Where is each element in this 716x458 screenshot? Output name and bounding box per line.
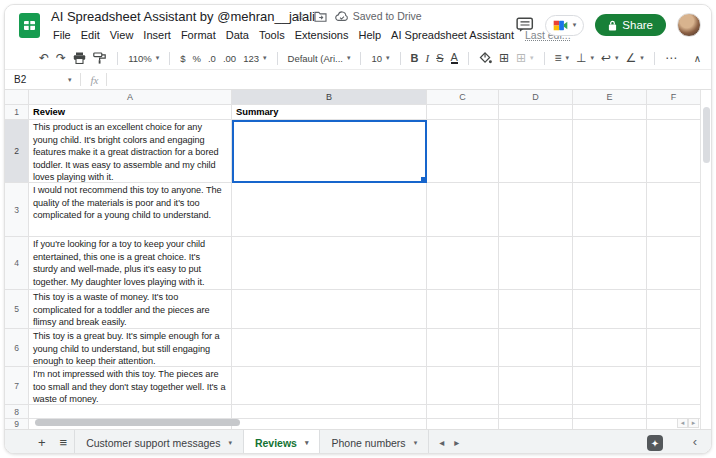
column-header-A[interactable]: A (29, 90, 232, 105)
cell-F2[interactable] (647, 120, 700, 183)
cell-C8[interactable] (427, 405, 499, 419)
column-header-D[interactable]: D (499, 90, 573, 105)
meet-dropdown-icon[interactable]: ▾ (573, 21, 577, 29)
share-button[interactable]: Share (595, 14, 666, 36)
cell-F6[interactable] (647, 329, 700, 367)
cell-A1[interactable]: Review (29, 105, 232, 120)
cell-B1[interactable]: Summary (232, 105, 427, 120)
menu-edit[interactable]: Edit (76, 28, 105, 42)
column-header-C[interactable]: C (427, 90, 499, 105)
cell-A4[interactable]: If you're looking for a toy to keep your… (29, 237, 232, 290)
tab-dropdown-icon[interactable]: ▾ (228, 439, 232, 447)
menu-file[interactable]: File (48, 28, 76, 42)
horizontal-scrollbar-thumb[interactable] (35, 419, 240, 426)
menu-help[interactable]: Help (353, 28, 386, 42)
cell-E2[interactable] (573, 120, 647, 183)
borders-icon[interactable]: ⊞ (499, 51, 509, 65)
row-header-1[interactable]: 1 (5, 105, 29, 120)
cell-A2[interactable]: This product is an excellent choice for … (29, 120, 232, 183)
row-header-8[interactable]: 8 (5, 405, 29, 419)
menu-tools[interactable]: Tools (254, 28, 290, 42)
number-format-button[interactable]: 123 ▾ (243, 53, 266, 64)
name-box[interactable]: B2 (14, 74, 66, 85)
column-header-F[interactable]: F (647, 90, 700, 105)
cell-A5[interactable]: This toy is a waste of money. It's too c… (29, 290, 232, 329)
cell-E6[interactable] (573, 329, 647, 367)
cell-D1[interactable] (499, 105, 573, 120)
italic-icon[interactable]: I (426, 51, 430, 65)
cell-B2-selected[interactable] (232, 120, 427, 183)
menu-insert[interactable]: Insert (138, 28, 176, 42)
cell-B9[interactable] (232, 419, 427, 429)
menu-ai-spreadsheet-assistant[interactable]: AI Spreadsheet Assistant (386, 28, 519, 42)
avatar[interactable] (677, 13, 701, 37)
cell-D9[interactable] (499, 419, 573, 429)
cell-C9[interactable] (427, 419, 499, 429)
decrease-decimal-icon[interactable]: .0 (208, 53, 216, 64)
tab-dropdown-icon[interactable]: ▾ (305, 439, 309, 447)
menu-data[interactable]: Data (221, 28, 254, 42)
cell-E3[interactable] (573, 183, 647, 237)
more-toolbar-icon[interactable]: ⋯ (665, 51, 677, 65)
horizontal-align-button[interactable]: ≡ ▾ (555, 51, 570, 65)
fill-color-icon[interactable] (479, 52, 492, 64)
menu-extensions[interactable]: Extensions (290, 28, 354, 42)
move-folder-icon[interactable] (314, 11, 327, 22)
comment-icon[interactable] (516, 17, 534, 33)
all-sheets-icon[interactable]: ≡ (53, 435, 75, 450)
name-box-dropdown-icon[interactable]: ▾ (68, 76, 72, 84)
strikethrough-icon[interactable]: S (436, 51, 443, 65)
tab-reviews[interactable]: Reviews ▾ (244, 430, 321, 455)
cell-C5[interactable] (427, 290, 499, 329)
scroll-left-icon[interactable]: ◂ (677, 418, 688, 428)
cell-B8[interactable] (232, 405, 427, 419)
collapse-side-panel-icon[interactable]: ‹ (693, 434, 697, 449)
add-sheet-icon[interactable]: + (31, 435, 53, 450)
row-header-2[interactable]: 2 (5, 120, 29, 183)
percent-format-icon[interactable]: % (193, 53, 201, 64)
redo-icon[interactable]: ↷ (56, 51, 66, 65)
cell-D5[interactable] (499, 290, 573, 329)
undo-icon[interactable]: ↶ (39, 51, 49, 65)
cell-C3[interactable] (427, 183, 499, 237)
cell-F1[interactable] (647, 105, 700, 120)
text-wrap-button[interactable]: ↩ ▾ (601, 51, 619, 65)
cell-A6[interactable]: This toy is a great buy. It's simple eno… (29, 329, 232, 367)
vertical-scrollbar[interactable] (700, 90, 711, 429)
cell-F5[interactable] (647, 290, 700, 329)
currency-format-icon[interactable]: $ (180, 53, 185, 64)
text-color-icon[interactable]: A (451, 52, 458, 64)
star-icon[interactable]: ☆ (295, 9, 306, 23)
cell-A8[interactable] (29, 405, 232, 419)
font-size-select[interactable]: 10 ▾ (371, 53, 389, 64)
tab-nav-right-icon[interactable]: ▸ (454, 437, 459, 448)
cell-D7[interactable] (499, 367, 573, 405)
text-rotate-button[interactable]: ∠ ▾ (626, 51, 644, 65)
row-header-7[interactable]: 7 (5, 367, 29, 405)
tab-dropdown-icon[interactable]: ▾ (414, 439, 418, 447)
select-all-corner[interactable] (5, 90, 29, 105)
cell-D3[interactable] (499, 183, 573, 237)
document-title[interactable]: AI Spreadsheet Assistant by @mehran__jal… (51, 9, 315, 24)
print-icon[interactable] (73, 52, 86, 64)
zoom-select[interactable]: 110% ▾ (128, 53, 159, 64)
cell-A7[interactable]: I'm not impressed with this toy. The pie… (29, 367, 232, 405)
cell-E4[interactable] (573, 237, 647, 290)
cell-C6[interactable] (427, 329, 499, 367)
cell-C4[interactable] (427, 237, 499, 290)
tab-customer-support-messages[interactable]: Customer support messages ▾ (74, 430, 244, 455)
sheets-logo-icon[interactable] (16, 12, 43, 39)
row-header-6[interactable]: 6 (5, 329, 29, 367)
cell-B6[interactable] (232, 329, 427, 367)
cell-F3[interactable] (647, 183, 700, 237)
cell-F4[interactable] (647, 237, 700, 290)
row-header-9[interactable]: 9 (5, 419, 29, 429)
menu-format[interactable]: Format (176, 28, 221, 42)
paint-format-icon[interactable] (93, 52, 107, 64)
meet-button[interactable]: ▾ (545, 15, 585, 36)
tab-phone-numbers[interactable]: Phone numbers ▾ (320, 430, 429, 455)
column-header-B[interactable]: B (232, 90, 427, 105)
cell-C2[interactable] (427, 120, 499, 183)
cell-E8[interactable] (573, 405, 647, 419)
cell-D8[interactable] (499, 405, 573, 419)
